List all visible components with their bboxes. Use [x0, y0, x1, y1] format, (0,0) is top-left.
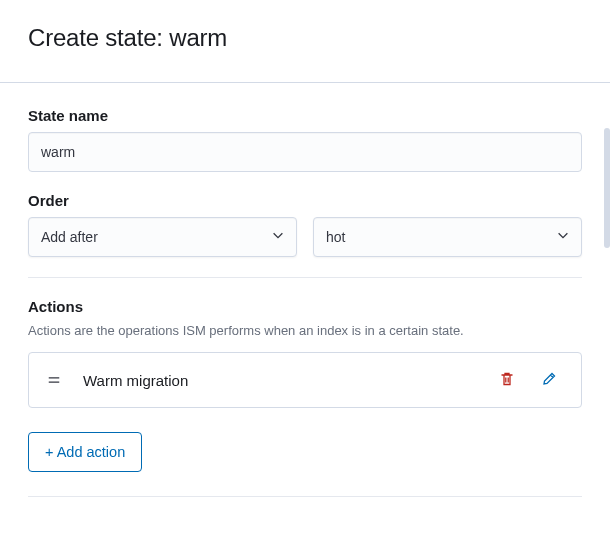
action-item: Warm migration	[28, 352, 582, 408]
page-title: Create state: warm	[28, 24, 582, 52]
drag-handle-icon[interactable]	[47, 373, 61, 387]
order-label: Order	[28, 192, 582, 209]
edit-action-button[interactable]	[535, 366, 563, 394]
divider	[28, 277, 582, 278]
order-reference-select[interactable]: hot	[313, 217, 582, 257]
trash-icon	[499, 371, 515, 390]
add-action-button[interactable]: + Add action	[28, 432, 142, 472]
action-name: Warm migration	[83, 372, 479, 389]
delete-action-button[interactable]	[493, 366, 521, 394]
state-name-label: State name	[28, 107, 582, 124]
scrollbar-thumb[interactable]	[604, 128, 610, 248]
divider	[28, 496, 582, 497]
order-position-select[interactable]: Add after	[28, 217, 297, 257]
page-header: Create state: warm	[0, 0, 610, 83]
order-group: Order Add after hot	[28, 192, 582, 257]
actions-help-text: Actions are the operations ISM performs …	[28, 323, 582, 338]
state-name-group: State name	[28, 107, 582, 172]
actions-label: Actions	[28, 298, 582, 315]
actions-group: Actions Actions are the operations ISM p…	[28, 298, 582, 497]
pencil-icon	[541, 371, 557, 390]
form-area: State name Order Add after hot Actions A…	[0, 83, 610, 541]
state-name-input[interactable]	[28, 132, 582, 172]
